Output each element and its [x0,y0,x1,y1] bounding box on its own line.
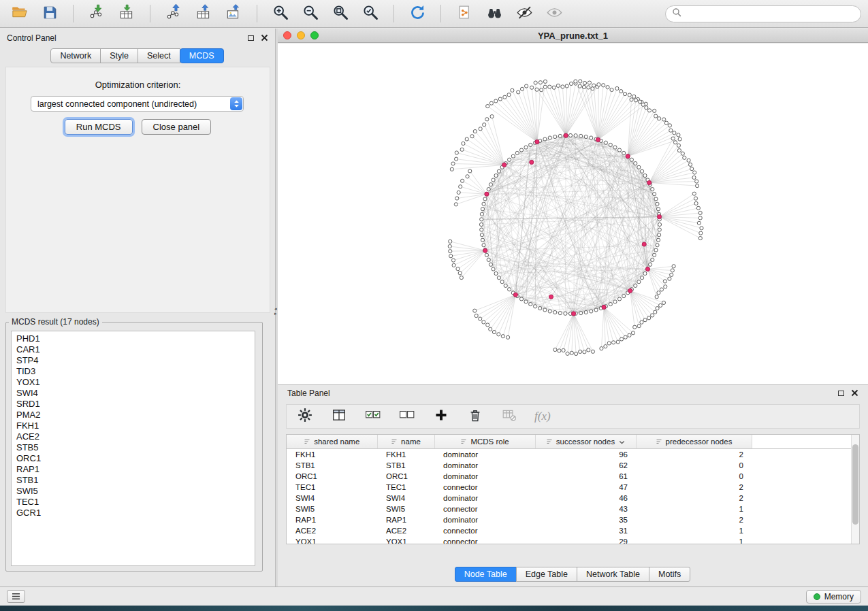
refresh-view-button[interactable] [404,3,430,24]
column-header-successor-nodes[interactable]: successor nodes [535,435,636,448]
minimize-traffic-light[interactable] [297,31,305,39]
mcds-result-item[interactable]: YOX1 [12,377,255,388]
mcds-result-item[interactable]: CAR1 [12,344,255,355]
table-settings-button[interactable] [296,408,314,425]
mcds-result-item[interactable]: ORC1 [12,453,255,464]
show-graphics-details-button[interactable] [541,3,567,24]
mcds-result-item[interactable]: STP4 [12,355,255,366]
import-table-icon [118,3,135,24]
tab-network[interactable]: Network [50,48,101,63]
optimization-criterion-dropdown[interactable]: largest connected component (undirected) [31,96,244,112]
show-columns-button[interactable] [330,408,348,425]
binoculars-icon [485,3,504,24]
mcds-result-item[interactable]: TEC1 [12,497,255,508]
bottom-tab-node-table[interactable]: Node Table [455,567,517,582]
hide-graphics-details-button[interactable] [511,3,537,24]
table-row[interactable]: RAP1RAP1dominator352 [287,514,859,525]
cell-shared-name: SWI5 [287,503,377,514]
export-network-button[interactable] [161,3,187,24]
close-panel-icon[interactable] [261,32,268,44]
run-mcds-button[interactable]: Run MCDS [65,119,133,135]
network-window-titlebar[interactable]: YPA_prune.txt_1 [278,29,868,43]
close-panel-button[interactable]: Close panel [142,119,212,135]
delete-column-button[interactable] [466,408,484,425]
export-network-icon [165,3,182,24]
find-button[interactable] [481,3,507,24]
mcds-result-item[interactable]: PMA2 [12,410,255,420]
table-row[interactable]: SWI4SWI4dominator462 [287,493,859,503]
mcds-result-item[interactable]: ACE2 [12,431,255,442]
mcds-result-item[interactable]: SWI4 [12,388,255,399]
eye-icon [545,3,564,24]
zoom-out-button[interactable] [298,3,323,24]
zoom-selected-button[interactable] [357,3,383,24]
application-window: Control Panel NetworkStyleSelectMCDS Opt… [0,0,868,611]
column-header-MCDS-role[interactable]: MCDS role [434,435,535,448]
mcds-result-item[interactable]: SWI5 [12,486,255,497]
column-header-name[interactable]: name [377,435,434,448]
memory-button[interactable]: Memory [806,590,861,604]
tab-select[interactable]: Select [138,48,180,63]
table-row[interactable]: STB1STB1dominator620 [287,460,859,471]
table-row[interactable]: FKH1FKH1dominator962 [287,448,859,460]
mcds-result-item[interactable]: FKH1 [12,420,255,431]
node-table-header-row: shared namenameMCDS rolesuccessor nodesp… [287,435,859,448]
zoom-fit-button[interactable] [327,3,353,24]
bottom-tab-network-table[interactable]: Network Table [577,567,649,582]
table-row[interactable]: ACE2ACE2connector311 [287,525,859,536]
table-row[interactable]: ORC1ORC1dominator610 [287,471,859,482]
tab-style[interactable]: Style [100,48,138,63]
document-share-icon [456,4,473,24]
zoom-in-button[interactable] [268,3,293,24]
mcds-result-item[interactable]: GCR1 [12,508,255,518]
tab-mcds[interactable]: MCDS [180,48,224,63]
import-network-button[interactable] [84,3,110,24]
status-menu-button[interactable] [7,590,25,603]
export-table-button[interactable] [191,3,216,24]
network-canvas-svg[interactable] [278,44,868,384]
mcds-result-item[interactable]: TID3 [12,366,255,377]
close-panel-icon[interactable] [851,387,858,399]
import-table-button[interactable] [114,3,140,24]
search-icon [672,7,681,20]
table-row[interactable]: YOX1YOX1connector291 [287,536,859,545]
bottom-tab-motifs[interactable]: Motifs [649,567,690,582]
table-bottom-tabs: Node TableEdge TableNetwork TableMotifs [278,567,868,582]
bottom-tab-edge-table[interactable]: Edge Table [516,567,577,582]
float-panel-icon[interactable] [248,35,254,41]
export-web-button[interactable] [451,3,477,24]
column-header-predecessor-nodes[interactable]: predecessor nodes [636,435,752,448]
search-input[interactable] [686,9,854,18]
mcds-result-item[interactable]: STB1 [12,475,255,486]
mcds-result-item[interactable]: PHD1 [12,333,255,344]
cell-shared-name: FKH1 [287,448,377,460]
cell-MCDS-role: connector [434,482,535,493]
column-header-filler [752,435,859,448]
close-traffic-light[interactable] [283,31,291,39]
add-column-button[interactable] [432,408,450,425]
select-all-button[interactable] [364,408,382,425]
open-session-button[interactable] [7,3,33,24]
unselect-all-button[interactable] [398,408,416,425]
mcds-result-list[interactable]: PHD1CAR1STP4TID3YOX1SWI4SRD1PMA2FKH1ACE2… [11,331,255,566]
column-header-shared-name[interactable]: shared name [287,435,377,448]
export-image-button[interactable] [221,3,246,24]
mcds-result-item[interactable]: RAP1 [12,464,255,475]
table-row[interactable]: TEC1TEC1connector472 [287,482,859,493]
splitter-collapse-icon[interactable]: ◂▸ [274,306,277,316]
float-panel-icon[interactable] [838,391,844,396]
table-scrollbar[interactable] [851,435,859,544]
control-panel-tabs: NetworkStyleSelectMCDS [0,48,275,64]
mcds-result-item[interactable]: STB5 [12,442,255,453]
table-scrollbar-thumb[interactable] [852,444,858,525]
save-session-button[interactable] [37,3,63,24]
node-table-body: FKH1FKH1dominator962STB1STB1dominator620… [287,448,859,544]
network-canvas[interactable] [278,44,868,384]
table-row[interactable]: SWI5SWI5connector431 [287,503,859,514]
cell-name: YOX1 [377,536,434,545]
cell-shared-name: ORC1 [287,471,377,482]
zoom-traffic-light[interactable] [310,31,319,39]
mcds-result-item[interactable]: SRD1 [12,399,255,410]
search-box[interactable] [665,5,861,22]
cell-MCDS-role: dominator [434,471,535,482]
